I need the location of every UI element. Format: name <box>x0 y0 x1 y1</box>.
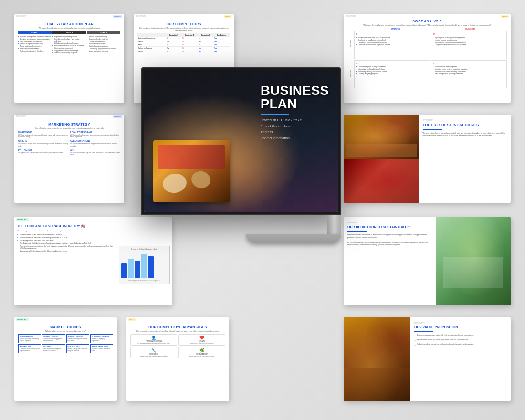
bp-project: Project Owner Name <box>261 124 329 130</box>
competitors-labels: OPPORTUNITY MARKET <box>134 14 234 18</box>
slide-action-plan: OPPORTUNITY STRATEGY THREE-YEAR ACTION P… <box>14 14 124 103</box>
swot-col-labels: STRENGTHS WEAKNESSES <box>354 28 507 30</box>
vp-photo <box>344 317 410 401</box>
fb-subtitle: The average American eats sushi about on… <box>17 230 114 232</box>
col-c3: Competitor 3 <box>198 33 213 37</box>
bar-2 <box>128 259 134 278</box>
adv-events: ❤️ EVENTS We introduce a Table Sushi Che… <box>178 334 225 346</box>
adv-icon-tools: 🔧 <box>132 348 176 353</box>
bp-drafted: Drafted on DD / MM / YYYY <box>261 117 329 124</box>
monitor-container: BUSINESS PLAN Drafted on DD / MM / YYYY … <box>134 67 348 305</box>
bp-title-1: BUSINESS <box>261 84 329 97</box>
vp-label: OPPORTUNITY <box>414 322 507 324</box>
marketing-content: MARKETING STRATEGY Our efforts to enhanc… <box>14 118 124 158</box>
trend-authenticity: AUTHENTICITY Consumers value authenticit… <box>18 344 41 353</box>
slide-sustainability: OPPORTUNITY OUR DEDICATION TO SUSTAINABI… <box>344 217 511 305</box>
adv-workshops: 🔧 WORKSHOPS We offer various chef worksh… <box>130 347 177 358</box>
col-c2: Competitor 2 <box>181 33 197 37</box>
slide-value-prop: OPPORTUNITY OUR VALUE PROPOSITION ✓ Expe… <box>344 317 511 401</box>
trends-grid: SUSTAINABILITY Growing demand for sustai… <box>18 334 113 353</box>
vp-title: OUR VALUE PROPOSITION <box>414 326 507 329</box>
monitor-screen: BUSINESS PLAN Drafted on DD / MM / YYYY … <box>141 67 341 215</box>
freshest-photo-bottom <box>344 159 419 203</box>
adv-title: OUR COMPETITIVE ADVANTAGES <box>130 326 225 329</box>
sust-label: OPPORTUNITY <box>347 222 432 224</box>
swot-opportunities: O Collaborating with nearby businesses I… <box>354 60 430 88</box>
trend-interactive: INTERACTIVE DINING Demand for engaging e… <box>90 334 113 343</box>
vp-item-2: ✓ savor authentic flavors in a vibrant a… <box>414 339 507 342</box>
comp-left-label: OPPORTUNITY <box>136 15 146 18</box>
swot-row-labels: INTERNAL EXTERNAL <box>347 28 354 88</box>
year1-col: YEAR 1 Concept development and menu crea… <box>18 31 52 54</box>
competitors-subtitle: Our business distinguishes itself from c… <box>137 27 230 32</box>
adv-grid: 👤 PERSONALIZED DINING We provide an inte… <box>130 334 225 358</box>
year1-label: YEAR 1 <box>18 31 52 34</box>
screen-text-overlay: BUSINESS PLAN Drafted on DD / MM / YYYY … <box>261 84 329 141</box>
col-c1: Competitor 1 <box>166 33 181 37</box>
trends-title: MARKET TRENDS <box>18 326 113 329</box>
monitor-base <box>246 234 341 243</box>
main-container: OPPORTUNITY STRATEGY THREE-YEAR ACTION P… <box>0 0 525 420</box>
trend-pos: POS SYSTEMS Modern POS systems for effic… <box>66 344 89 353</box>
year3-label: YEAR 3 <box>87 31 120 34</box>
bp-address: Address <box>261 129 329 136</box>
freshest-content: OPPORTUNITY THE FRESHEST INGREDIENTS We … <box>419 115 511 203</box>
marketing-labels: OPPORTUNITY STRATEGY <box>14 115 124 118</box>
table-row: Options for Omakase Yes No Yes Yes <box>137 47 230 50</box>
swot-labels: OPPORTUNITY MARKET <box>344 14 511 18</box>
adv-badge: MARKET <box>128 318 136 321</box>
adv-icon-heart: ❤️ <box>180 336 224 340</box>
bar-1 <box>121 263 127 278</box>
internal-label: INTERNAL <box>350 40 352 47</box>
competitors-title: OUR COMPETITORS <box>137 22 230 26</box>
swot-title: SWOT ANALYSIS <box>347 20 507 23</box>
sust-content: OPPORTUNITY OUR DEDICATION TO SUSTAINABI… <box>344 217 436 305</box>
adv-labels: MARKET <box>126 317 229 321</box>
swot-left-label: OPPORTUNITY <box>346 15 356 18</box>
adv-personalized: 👤 PERSONALIZED DINING We provide an inte… <box>130 334 177 346</box>
sushi-piece <box>189 169 212 190</box>
adv-icon-leaf: 🌿 <box>180 348 224 353</box>
year-columns: YEAR 1 Concept development and menu crea… <box>18 31 120 54</box>
table-row: Variety Yes No Yes Yes <box>137 40 230 43</box>
adv-label-personalized: PERSONALIZED DINING <box>132 340 176 342</box>
freshest-label: OPPORTUNITY <box>423 119 507 121</box>
bp-divider <box>261 114 289 115</box>
marketing-title: MARKETING STRATEGY <box>18 123 120 126</box>
sust-text2: By offering sustainable seafood options … <box>347 242 432 247</box>
slide-top-labels: OPPORTUNITY STRATEGY <box>14 14 124 18</box>
monitor-neck <box>327 215 341 234</box>
mkt-left: OPPORTUNITY <box>16 116 27 118</box>
col-feature <box>137 33 166 37</box>
slides-grid: OPPORTUNITY STRATEGY THREE-YEAR ACTION P… <box>0 0 525 420</box>
mkt-item-offers: OFFERS We'll introduce a Taste of the Wo… <box>18 140 68 147</box>
trend-waste: WASTE REDUCTION Innovative solutions to … <box>90 344 113 353</box>
action-plan-title: THREE-YEAR ACTION PLAN <box>18 22 120 26</box>
screen-content: BUSINESS PLAN Drafted on DD / MM / YYYY … <box>144 70 338 212</box>
trends-content: MARKET TRENDS What market trends are we … <box>14 321 117 356</box>
swot-badge: MARKET <box>501 15 509 18</box>
sust-divider <box>347 231 367 232</box>
swot-content: SWOT ANALYSIS What are the key factors f… <box>344 18 511 91</box>
mkt-item-workshops: WORKSHOPS We'll host monthly sushi-makin… <box>18 131 68 138</box>
year2-label: YEAR 2 <box>52 31 86 34</box>
swot-quadrants: S Skilled sushi chefs with years of expe… <box>354 31 507 88</box>
adv-subtitle: Our competitive edge stems from four pil… <box>130 330 225 332</box>
check-icon-2: ✓ <box>414 339 416 342</box>
adv-content: OUR COMPETITIVE ADVANTAGES Our competiti… <box>126 321 229 361</box>
vp-text-2: savor authentic flavors in a vibrant atm… <box>417 339 469 341</box>
swot-grid-container: STRENGTHS WEAKNESSES S Skilled sushi che… <box>354 28 507 88</box>
adv-label-events: EVENTS <box>180 340 224 342</box>
vp-item-3: ✓ Indulge in a culinary journey that com… <box>414 343 507 346</box>
sushi-salmon <box>158 145 225 169</box>
vp-layout: OPPORTUNITY OUR VALUE PROPOSITION ✓ Expe… <box>344 317 511 401</box>
adv-label-workshops: WORKSHOPS <box>132 353 176 355</box>
trend-sustainability: SUSTAINABILITY Growing demand for sustai… <box>18 334 41 343</box>
check-icon-3: ✓ <box>414 344 416 346</box>
vp-divider <box>414 331 433 332</box>
action-plan-content: THREE-YEAR ACTION PLAN We have devised a… <box>14 18 124 57</box>
slide-competitive-adv: MARKET OUR COMPETITIVE ADVANTAGES Our co… <box>126 317 229 401</box>
slide-swot: OPPORTUNITY MARKET SWOT ANALYSIS What ar… <box>344 14 511 103</box>
vp-content: OPPORTUNITY OUR VALUE PROPOSITION ✓ Expe… <box>410 317 511 401</box>
mkt-item-collabs: COLLABORATIONS We'll collaborate with re… <box>70 140 120 147</box>
